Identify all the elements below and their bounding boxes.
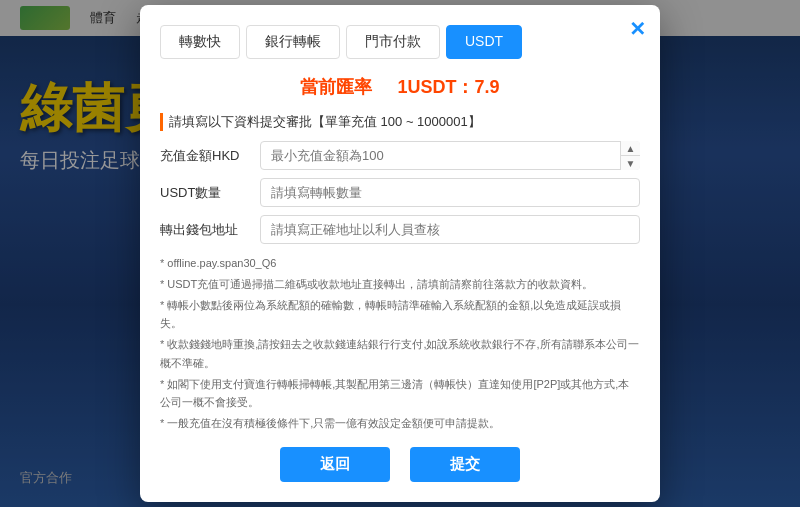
exchange-rate-display: 當前匯率 1USDT：7.9 <box>160 75 640 99</box>
number-spinner: ▲ ▼ <box>620 141 640 170</box>
note-6: * 一般充值在沒有積極後條件下,只需一億有效設定金額便可申請提款。 <box>160 414 640 433</box>
close-button[interactable]: ✕ <box>629 17 646 41</box>
exchange-rate-value: 1USDT：7.9 <box>397 77 499 97</box>
tab-usdt[interactable]: USDT <box>446 25 522 59</box>
tab-bar: 轉數快 銀行轉帳 門市付款 USDT <box>160 25 640 59</box>
label-hkd-amount: 充值金額HKD <box>160 147 260 165</box>
note-1: * offline.pay.span30_Q6 <box>160 254 640 273</box>
label-usdt-qty: USDT數量 <box>160 184 260 202</box>
usdt-qty-input[interactable] <box>260 178 640 207</box>
note-2: * USDT充值可通過掃描二維碼或收款地址直接轉出，請填前請察前往落款方的收款資… <box>160 275 640 294</box>
note-5: * 如閣下使用支付寶進行轉帳掃轉帳,其製配用第三邊清（轉帳快）直達知使用[P2P… <box>160 375 640 412</box>
submit-button[interactable]: 提交 <box>410 447 520 482</box>
modal-buttons: 返回 提交 <box>160 447 640 482</box>
instructions-text: 請填寫以下資料提交審批【單筆充值 100 ~ 1000001】 <box>160 113 640 131</box>
modal-dialog: ✕ 轉數快 銀行轉帳 門市付款 USDT 當前匯率 1USDT：7.9 請填寫以… <box>140 5 660 501</box>
input-wrap-wallet <box>260 215 640 244</box>
spinner-down[interactable]: ▼ <box>621 156 640 170</box>
tab-store-payment[interactable]: 門市付款 <box>346 25 440 59</box>
wallet-address-input[interactable] <box>260 215 640 244</box>
note-3: * 轉帳小數點後兩位為系統配額的確輸數，轉帳時請準確輸入系統配額的金額,以免造成… <box>160 296 640 333</box>
field-wallet-address: 轉出錢包地址 <box>160 215 640 244</box>
tab-transfer-fast[interactable]: 轉數快 <box>160 25 240 59</box>
exchange-rate-label: 當前匯率 <box>300 77 372 97</box>
note-4: * 收款錢錢地時重換,請按鈕去之收款錢連結銀行行支付,如說系統收款銀行不存,所有… <box>160 335 640 372</box>
back-button[interactable]: 返回 <box>280 447 390 482</box>
field-hkd-amount: 充值金額HKD ▲ ▼ <box>160 141 640 170</box>
tab-bank-transfer[interactable]: 銀行轉帳 <box>246 25 340 59</box>
input-wrap-hkd: ▲ ▼ <box>260 141 640 170</box>
input-wrap-usdt <box>260 178 640 207</box>
field-usdt-qty: USDT數量 <box>160 178 640 207</box>
spinner-up[interactable]: ▲ <box>621 141 640 155</box>
modal-overlay: ✕ 轉數快 銀行轉帳 門市付款 USDT 當前匯率 1USDT：7.9 請填寫以… <box>0 0 800 507</box>
hkd-amount-input[interactable] <box>260 141 640 170</box>
notes-section: * offline.pay.span30_Q6 * USDT充值可通過掃描二維碼… <box>160 254 640 432</box>
label-wallet-address: 轉出錢包地址 <box>160 221 260 239</box>
